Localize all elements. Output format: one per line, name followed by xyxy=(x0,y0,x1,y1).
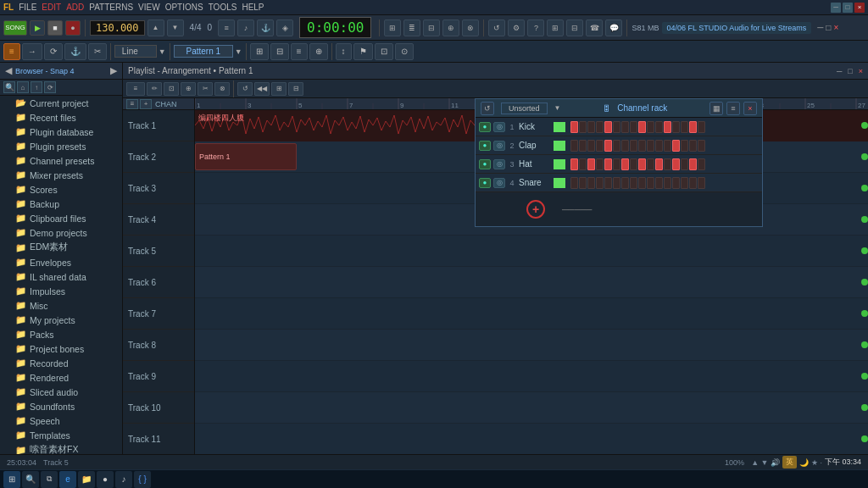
sidebar-refresh-btn[interactable]: ⟳ xyxy=(44,81,56,93)
play-btn[interactable]: ▶ xyxy=(30,20,45,36)
cr-pad[interactable] xyxy=(672,177,680,189)
tb2-chevron[interactable]: ▼ xyxy=(159,47,166,56)
mixer-icon-btn[interactable]: ≡ xyxy=(218,19,235,36)
cr-pad[interactable] xyxy=(681,121,688,133)
pl-tb-cut[interactable]: ✂ xyxy=(198,82,213,96)
track-row-9[interactable] xyxy=(195,361,868,392)
sidebar-item-edm[interactable]: 📁 EDM素材 xyxy=(0,240,122,255)
bpm-display[interactable]: 130.000 xyxy=(90,20,145,36)
link-icon-btn[interactable]: ⚓ xyxy=(257,19,274,36)
sidebar-item-clipboard-files[interactable]: 📁 Clipboard files xyxy=(0,211,122,225)
cr-pad[interactable] xyxy=(596,140,604,152)
sidebar-item-recent-files[interactable]: 📁 Recent files xyxy=(0,110,122,125)
cr-pad[interactable] xyxy=(698,158,705,170)
cr-pad[interactable] xyxy=(689,177,697,189)
cr-pad[interactable] xyxy=(579,177,587,189)
track-row-5[interactable] xyxy=(195,236,868,267)
cr-pad[interactable] xyxy=(698,140,705,152)
perf-btn5[interactable]: ⊟ xyxy=(566,19,583,36)
sidebar-item-plugin-database[interactable]: 📁 Plugin database xyxy=(0,125,122,139)
search-btn[interactable]: 🔍 xyxy=(22,471,39,488)
menu-help[interactable]: HELP xyxy=(242,3,264,12)
sidebar-item-channel-presets[interactable]: 📁 Channel presets xyxy=(0,153,122,168)
cr-pad[interactable] xyxy=(587,177,595,189)
cr-pad[interactable] xyxy=(664,121,671,133)
cr-pad[interactable] xyxy=(613,121,620,133)
pl-tb-select[interactable]: ⊡ xyxy=(164,82,179,96)
cr-pad[interactable] xyxy=(672,140,680,152)
track-row-10[interactable] xyxy=(195,392,868,424)
tb2-link-btn[interactable]: ⚓ xyxy=(64,43,86,60)
cr-pad[interactable] xyxy=(630,140,637,152)
cr-group-chevron[interactable]: ▼ xyxy=(554,104,561,112)
cr-pad[interactable] xyxy=(655,158,663,170)
perf-btn7[interactable]: 💬 xyxy=(605,19,622,36)
sidebar-item-speech[interactable]: 📁 Speech xyxy=(0,413,122,428)
cr-pad[interactable] xyxy=(655,177,663,189)
cr-pad[interactable] xyxy=(604,158,612,170)
sidebar-item-sliced-audio[interactable]: 📁 Sliced audio xyxy=(0,385,122,399)
pattern-chevron[interactable]: ▼ xyxy=(235,47,242,56)
pl-tb-snap[interactable]: ⊞ xyxy=(271,82,287,96)
track-row-8[interactable] xyxy=(195,330,868,361)
sidebar-item-sheyinfx[interactable]: 📁 嗦音素材FX xyxy=(0,442,122,454)
win-close[interactable]: × xyxy=(833,23,838,32)
sidebar-item-mixer-presets[interactable]: 📁 Mixer presets xyxy=(0,168,122,182)
perf-btn4[interactable]: ⊞ xyxy=(547,19,564,36)
cr-ch3-name[interactable]: Hat xyxy=(519,159,551,169)
tb2-grid4[interactable]: ⊕ xyxy=(309,43,328,60)
cr-pad[interactable] xyxy=(647,121,654,133)
cr-ch1-name[interactable]: Kick xyxy=(519,122,551,131)
menu-patterns[interactable]: PATTERNS xyxy=(89,3,133,12)
cr-add-channel-btn[interactable]: + ───── xyxy=(476,192,762,226)
cr-pad[interactable] xyxy=(681,177,688,189)
tb2-mode1[interactable]: ↕ xyxy=(336,43,352,60)
sidebar-item-current-project[interactable]: 📂 Current project xyxy=(0,96,122,110)
arrow-up-btn[interactable]: ▲ xyxy=(147,19,164,36)
win-min[interactable]: ─ xyxy=(817,23,823,32)
cr-pad[interactable] xyxy=(698,177,705,189)
tb2-cut-btn[interactable]: ✂ xyxy=(88,43,107,60)
sidebar-up-btn[interactable]: ↑ xyxy=(31,81,42,93)
perf-btn3[interactable]: ? xyxy=(527,19,544,36)
cr-ch3-solo[interactable]: ◎ xyxy=(493,159,505,169)
cr-ch4-solo[interactable]: ◎ xyxy=(493,178,505,188)
tb2-mode4[interactable]: ⊙ xyxy=(395,43,414,60)
pattern-block-2[interactable]: Pattern 1 xyxy=(195,143,297,170)
sidebar-item-scores[interactable]: 📁 Scores xyxy=(0,182,122,197)
sidebar-item-recorded[interactable]: 📁 Recorded xyxy=(0,356,122,370)
sidebar-item-envelopes[interactable]: 📁 Envelopes xyxy=(0,255,122,269)
cr-ch2-mute[interactable]: ● xyxy=(479,141,491,151)
sidebar-back-btn[interactable]: ◀ xyxy=(5,65,12,76)
pl-tb-back[interactable]: ◀◀ xyxy=(254,82,270,96)
tb2-mode2[interactable]: ⚑ xyxy=(353,43,373,60)
grid-btn5[interactable]: ⊗ xyxy=(462,19,479,36)
cr-pad[interactable] xyxy=(604,177,612,189)
sidebar-search-btn[interactable]: 🔍 xyxy=(3,81,15,93)
pl-tb-undo[interactable]: ≡ xyxy=(126,82,145,96)
tb2-grid3[interactable]: ≡ xyxy=(291,43,308,60)
cr-pad[interactable] xyxy=(681,140,688,152)
track-row-7[interactable] xyxy=(195,298,868,330)
piano-icon-btn[interactable]: ♪ xyxy=(237,19,254,36)
cr-pad[interactable] xyxy=(621,158,629,170)
plus-circle-icon[interactable]: + xyxy=(526,200,545,219)
sidebar-item-templates[interactable]: 📁 Templates xyxy=(0,428,122,442)
grid-btn2[interactable]: ≣ xyxy=(403,19,420,36)
pl-tb-loop[interactable]: ↺ xyxy=(237,82,253,96)
cr-pad[interactable] xyxy=(655,121,663,133)
snap-song-btn[interactable]: SONG xyxy=(3,20,27,36)
cr-btn-close[interactable]: × xyxy=(743,102,757,115)
pattern-display[interactable]: Pattern 1 xyxy=(174,45,233,58)
cr-group-selector[interactable]: Unsorted xyxy=(501,103,548,114)
cr-pad[interactable] xyxy=(681,158,688,170)
cr-pad[interactable] xyxy=(672,158,680,170)
playlist-win-max[interactable]: □ xyxy=(848,67,852,75)
cr-pad[interactable] xyxy=(664,177,671,189)
cr-pad[interactable] xyxy=(689,140,697,152)
cr-ch4-mute[interactable]: ● xyxy=(479,178,491,188)
tl-btn1[interactable]: ≡ xyxy=(126,99,138,109)
cr-pad[interactable] xyxy=(638,177,646,189)
stop-btn[interactable]: ■ xyxy=(47,20,63,36)
tb2-grid1[interactable]: ⊞ xyxy=(250,43,269,60)
